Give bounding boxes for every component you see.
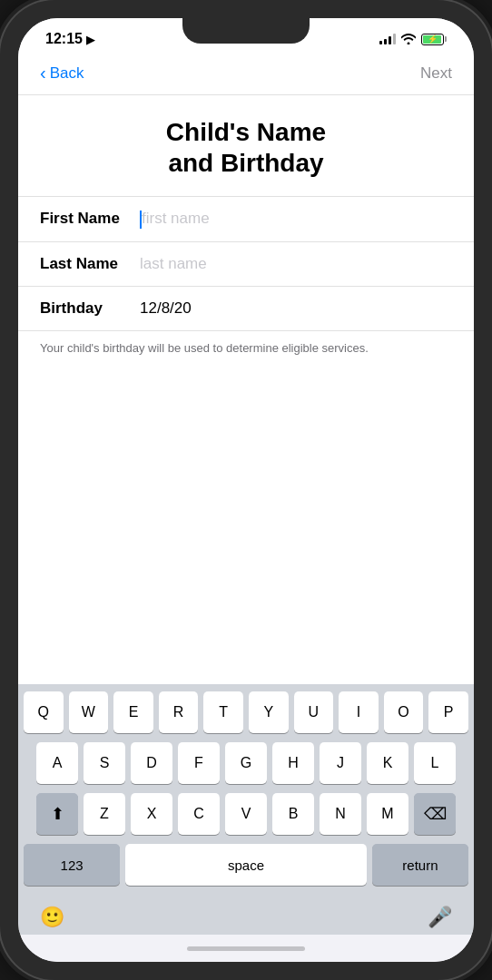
key-l[interactable]: L xyxy=(414,742,456,784)
key-b[interactable]: B xyxy=(272,793,314,835)
home-indicator xyxy=(18,935,474,962)
back-label: Back xyxy=(50,64,84,83)
key-y[interactable]: Y xyxy=(249,691,289,733)
page-title-area: Child's Nameand Birthday xyxy=(18,95,474,197)
form-section: First Name first name Last Name last nam… xyxy=(18,197,474,331)
key-m[interactable]: M xyxy=(367,793,408,835)
return-key[interactable]: return xyxy=(372,844,468,886)
key-h[interactable]: H xyxy=(272,742,314,784)
birthday-label: Birthday xyxy=(40,299,140,318)
last-name-row: Last Name last name xyxy=(18,242,474,287)
screen: 12:15 ▶ ⚡ xyxy=(18,18,474,962)
key-q[interactable]: Q xyxy=(24,691,64,733)
wifi-icon xyxy=(401,34,416,44)
keyboard-area: Q W E R T Y U I O P A S D F G xyxy=(18,684,474,935)
last-name-label: Last Name xyxy=(40,255,140,273)
birthday-value[interactable]: 12/8/20 xyxy=(140,299,192,318)
birthday-row: Birthday 12/8/20 xyxy=(18,287,474,330)
key-k[interactable]: K xyxy=(367,742,408,784)
key-r[interactable]: R xyxy=(159,691,199,733)
numbers-key[interactable]: 123 xyxy=(24,844,120,886)
status-icons: ⚡ xyxy=(379,34,447,45)
key-a[interactable]: A xyxy=(36,742,78,784)
key-t[interactable]: T xyxy=(203,691,243,733)
key-n[interactable]: N xyxy=(320,793,361,835)
home-bar xyxy=(187,946,305,951)
microphone-icon[interactable]: 🎤 xyxy=(428,906,452,929)
battery-icon: ⚡ xyxy=(421,34,447,45)
key-c[interactable]: C xyxy=(178,793,220,835)
keyboard-row-1: Q W E R T Y U I O P xyxy=(24,691,468,733)
signal-bars-icon xyxy=(379,34,396,44)
first-name-input[interactable]: first name xyxy=(140,210,452,229)
key-s[interactable]: S xyxy=(84,742,125,784)
key-z[interactable]: Z xyxy=(84,793,125,835)
phone-shell: 12:15 ▶ ⚡ xyxy=(0,0,492,980)
space-key[interactable]: space xyxy=(125,844,367,886)
key-w[interactable]: W xyxy=(69,691,109,733)
first-name-row: First Name first name xyxy=(18,197,474,242)
key-v[interactable]: V xyxy=(225,793,267,835)
key-e[interactable]: E xyxy=(113,691,153,733)
shift-key[interactable]: ⬆ xyxy=(36,793,78,835)
info-text: Your child's birthday will be used to de… xyxy=(18,331,474,371)
first-name-label: First Name xyxy=(40,210,140,228)
keyboard: Q W E R T Y U I O P A S D F G xyxy=(18,684,474,898)
delete-key[interactable]: ⌫ xyxy=(414,793,456,835)
key-u[interactable]: U xyxy=(294,691,334,733)
bottom-bar: 🙂 🎤 xyxy=(18,898,474,935)
key-g[interactable]: G xyxy=(225,742,267,784)
main-content: Child's Nameand Birthday First Name firs… xyxy=(18,95,474,684)
key-j[interactable]: J xyxy=(320,742,361,784)
next-button[interactable]: Next xyxy=(420,64,452,83)
keyboard-row-2: A S D F G H J K L xyxy=(24,742,468,784)
key-o[interactable]: O xyxy=(384,691,424,733)
back-button[interactable]: ‹ Back xyxy=(40,64,84,83)
key-i[interactable]: I xyxy=(339,691,379,733)
key-f[interactable]: F xyxy=(178,742,220,784)
keyboard-row-3: ⬆ Z X C V B N M ⌫ xyxy=(24,793,468,835)
emoji-icon[interactable]: 🙂 xyxy=(40,906,64,929)
keyboard-row-bottom: 123 space return xyxy=(24,844,468,886)
nav-bar: ‹ Back Next xyxy=(18,53,474,95)
back-chevron-icon: ‹ xyxy=(40,63,46,83)
page-title: Child's Nameand Birthday xyxy=(40,117,452,178)
notch xyxy=(182,18,310,44)
key-p[interactable]: P xyxy=(428,691,468,733)
status-time: 12:15 ▶ xyxy=(45,31,94,47)
key-x[interactable]: X xyxy=(131,793,172,835)
key-d[interactable]: D xyxy=(131,742,172,784)
last-name-input[interactable]: last name xyxy=(140,255,452,273)
